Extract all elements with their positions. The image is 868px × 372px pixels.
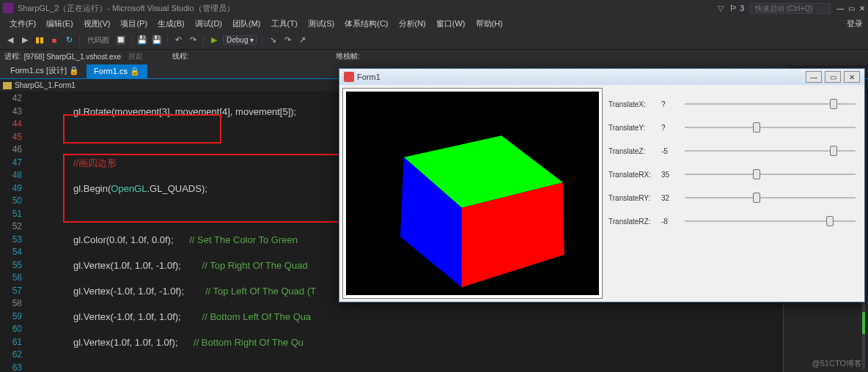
quick-launch-input[interactable] [750, 3, 831, 14]
slider-track-x[interactable] [685, 97, 856, 111]
minimize-button[interactable]: — [836, 4, 844, 12]
slider-translate-x: TranslateX: ? [608, 92, 856, 116]
codemap-icon[interactable]: 🔲 [115, 34, 127, 46]
menu-tools[interactable]: 工具(T) [266, 17, 303, 31]
watermark: @51CTO博客 [812, 358, 862, 369]
running-app-window[interactable]: Form1 — ▭ ✕ TranslateX: ? Transl [339, 68, 865, 302]
menu-view[interactable]: 视图(V) [78, 17, 116, 31]
slider-rotate-z: TranslateRZ: -8 [608, 209, 856, 233]
menu-edit[interactable]: 编辑(E) [41, 17, 78, 31]
slider-rotate-y: TranslateRY: 32 [608, 186, 856, 209]
nav-back-icon[interactable]: ◀ [4, 34, 16, 46]
pause-icon[interactable]: ▮▮ [34, 34, 45, 46]
toolbar: ◀ ▶ ▮▮ ■ ↻ 代码图 🔲 💾 💾 ↶ ↷ ▶ Debug ▾ ↘ ↷ ↗ [0, 31, 868, 50]
class-icon [3, 82, 12, 89]
app-icon [344, 72, 354, 82]
stop-icon[interactable]: ■ [48, 34, 60, 46]
lock-icon: 🔒 [130, 67, 140, 75]
menu-test[interactable]: 测试(S) [303, 17, 340, 31]
slider-track-y[interactable] [685, 120, 856, 135]
codemap-label[interactable]: 代码图 [84, 35, 112, 45]
form-titlebar[interactable]: Form1 — ▭ ✕ [339, 69, 864, 85]
save-icon[interactable]: 💾 [136, 34, 148, 46]
restart-icon[interactable]: ↻ [63, 34, 75, 46]
debug-location-toolbar: 进程: [9768] SharpGL_1.vshost.exe 挂起 线程: 堆… [0, 50, 868, 63]
cube-render [346, 92, 599, 295]
flag-icon[interactable]: 🏳 3 [729, 4, 744, 12]
process-value[interactable]: [9768] SharpGL_1.vshost.exe [24, 53, 121, 61]
tab-designer[interactable]: Form1.cs [设计] 🔒 [3, 63, 87, 78]
slider-track-rz[interactable] [685, 214, 856, 228]
slider-translate-z: TranslateZ: -5 [608, 139, 856, 163]
menu-window[interactable]: 窗口(W) [431, 17, 471, 31]
continue-icon[interactable]: ▶ [208, 34, 220, 46]
config-dropdown[interactable]: Debug ▾ [223, 35, 257, 45]
menu-file[interactable]: 文件(F) [4, 17, 41, 31]
process-label: 进程: [4, 51, 21, 62]
slider-rotate-x: TranslateRX: 35 [608, 163, 856, 186]
slider-track-rx[interactable] [685, 167, 856, 182]
nav-fwd-icon[interactable]: ▶ [19, 34, 31, 46]
menu-help[interactable]: 帮助(H) [471, 17, 508, 31]
step-over-icon[interactable]: ↷ [282, 34, 293, 46]
form-maximize-button[interactable]: ▭ [825, 71, 841, 83]
slider-track-z[interactable] [685, 144, 856, 158]
menu-analyze[interactable]: 分析(N) [394, 17, 431, 31]
code-content: gl.Rotate(movement[3], movement[4], move… [29, 92, 348, 372]
stackframe-label: 堆栈帧: [336, 51, 360, 62]
line-gutter: 4243 4445 46 4748495051 52 5354555657 58… [0, 92, 25, 372]
lock-icon: 🔒 [69, 66, 79, 75]
form-title-text: Form1 [357, 72, 380, 81]
menu-bar: 文件(F) 编辑(E) 视图(V) 项目(P) 生成(B) 调试(D) 团队(M… [0, 16, 868, 31]
close-button[interactable]: ✕ [859, 4, 865, 12]
thread-label: 线程: [172, 51, 189, 62]
notification-icon[interactable]: ▽ [718, 4, 724, 13]
redo-icon[interactable]: ↷ [187, 34, 199, 46]
save-all-icon[interactable]: 💾 [151, 34, 163, 46]
opengl-canvas [342, 88, 603, 299]
menu-build[interactable]: 生成(B) [152, 17, 190, 31]
breadcrumb-path: SharpGL_1.Form1 [15, 81, 76, 89]
slider-track-ry[interactable] [685, 190, 856, 205]
step-into-icon[interactable]: ↘ [267, 34, 279, 46]
maximize-button[interactable]: ▭ [848, 4, 855, 12]
menu-team[interactable]: 团队(M) [227, 17, 266, 31]
login-link[interactable]: 登录 [842, 17, 868, 31]
tab-code[interactable]: Form1.cs 🔒 [87, 64, 147, 78]
form-close-button[interactable]: ✕ [844, 71, 860, 83]
form-minimize-button[interactable]: — [806, 71, 822, 83]
slider-translate-y: TranslateY: ? [608, 116, 856, 139]
menu-architecture[interactable]: 体系结构(C) [339, 17, 393, 31]
menu-project[interactable]: 项目(P) [115, 17, 152, 31]
window-title: SharpGL_2（正在运行）- Microsoft Visual Studio… [18, 3, 235, 14]
vs-logo-icon [3, 3, 13, 13]
step-out-icon[interactable]: ↗ [296, 34, 308, 46]
title-bar: SharpGL_2（正在运行）- Microsoft Visual Studio… [0, 0, 868, 16]
menu-debug[interactable]: 调试(D) [190, 17, 227, 31]
undo-icon[interactable]: ↶ [172, 34, 184, 46]
suspend-label[interactable]: 挂起 [128, 51, 143, 62]
slider-panel: TranslateX: ? TranslateY: ? TranslateZ: … [603, 88, 861, 299]
